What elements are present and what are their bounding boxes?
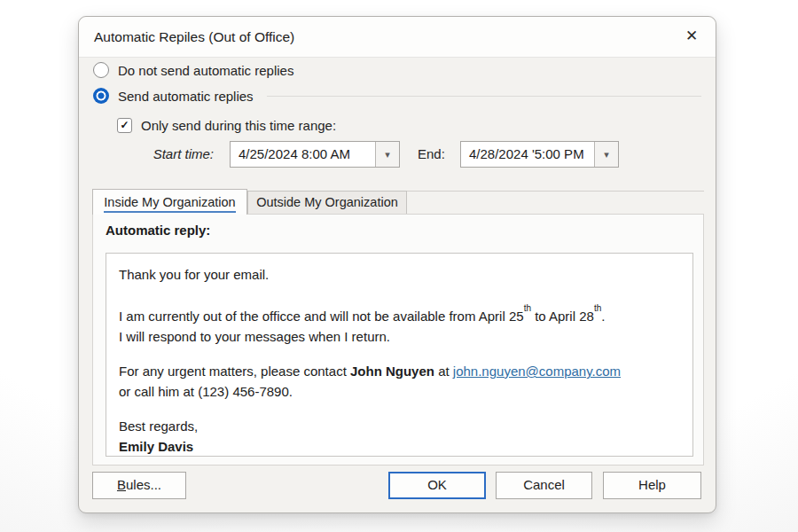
end-time-label: End: — [418, 141, 445, 168]
contact-name: John Nguyen — [350, 364, 434, 379]
radio-unselected-icon — [93, 62, 109, 78]
cancel-button[interactable]: Cancel — [496, 472, 592, 499]
tab-inside-label: Inside My Organization — [104, 195, 235, 213]
rules-accelerator: B — [117, 477, 126, 492]
tab-inside-my-organization[interactable]: Inside My Organization — [92, 189, 247, 215]
blank-line — [119, 285, 680, 302]
checkbox-time-range[interactable]: ✓ Only send during this time range: — [117, 116, 336, 134]
away-superscript-a: th — [524, 303, 531, 313]
away-text-c: . — [601, 309, 605, 324]
checkbox-checked-icon: ✓ — [117, 118, 132, 133]
chevron-down-icon[interactable]: ▾ — [375, 142, 399, 167]
tab-outside-my-organization[interactable]: Outside My Organization — [247, 191, 407, 214]
help-button[interactable]: Help — [603, 472, 701, 499]
away-superscript-b: th — [594, 303, 601, 313]
rules-button[interactable]: Bules... — [92, 472, 186, 499]
inside-organization-panel: Automatic reply: Thank you for your emai… — [92, 214, 704, 466]
start-time-value[interactable]: 4/25/2024 8:00 AM — [231, 142, 375, 167]
urgent-text-b: at — [434, 364, 453, 379]
blank-line — [119, 402, 680, 416]
close-icon[interactable]: ✕ — [682, 27, 701, 46]
reply-signature: Emily Davis — [119, 436, 680, 457]
reply-away-line: I am currently out of the officce and wi… — [119, 302, 680, 326]
dialog-title: Automatic Repiles (Out of Office) — [94, 17, 294, 57]
radio-do-not-send-label: Do not send automatic replies — [118, 63, 293, 78]
rules-label-rest: ules... — [126, 477, 161, 492]
checkbox-time-range-label: Only send during this time range: — [141, 118, 336, 133]
end-time-combobox[interactable]: 4/28/2024 '5:00 PM ▾ — [460, 141, 619, 168]
reply-return-line: I will respond to your messages when I r… — [119, 326, 680, 347]
radio-selected-icon — [93, 88, 109, 104]
reply-phone-line: or call him at (123) 456-7890. — [119, 381, 680, 402]
radio-send-replies[interactable]: Send automatic replies — [93, 87, 254, 105]
radio-do-not-send[interactable]: Do not send automatic replies — [93, 61, 293, 79]
start-time-combobox[interactable]: 4/25/2024 8:00 AM ▾ — [230, 141, 400, 168]
dialog-titlebar: Automatic Repiles (Out of Office) ✕ — [79, 17, 716, 58]
end-time-value[interactable]: 4/28/2024 '5:00 PM — [461, 142, 594, 167]
radio-send-replies-label: Send automatic replies — [118, 89, 254, 104]
ok-button[interactable]: OK — [388, 472, 486, 499]
away-text-b: to April 28 — [531, 309, 594, 324]
start-time-label: Start time: — [128, 141, 214, 168]
tab-strip-line — [407, 191, 704, 192]
reply-closing-line: Best regards, — [119, 416, 680, 436]
automatic-reply-label: Automatic reply: — [106, 223, 210, 238]
reply-greeting-line: Thank you for your email. — [119, 264, 680, 285]
urgent-text-a: For any urgent matters, please contact — [119, 364, 350, 379]
automatic-reply-textbox[interactable]: Thank you for your email. I am currently… — [106, 253, 693, 457]
section-divider — [267, 96, 701, 97]
reply-urgent-line: For any urgent matters, please contact J… — [119, 361, 680, 381]
blank-line — [119, 347, 680, 361]
away-text-a: I am currently out of the officce and wi… — [119, 309, 524, 324]
tab-outside-label: Outside My Organization — [256, 195, 398, 209]
automatic-replies-dialog: Automatic Repiles (Out of Office) ✕ Do n… — [78, 16, 716, 513]
chevron-down-icon[interactable]: ▾ — [594, 142, 618, 167]
contact-email-link[interactable]: john.nguyen@company.com — [453, 364, 621, 379]
